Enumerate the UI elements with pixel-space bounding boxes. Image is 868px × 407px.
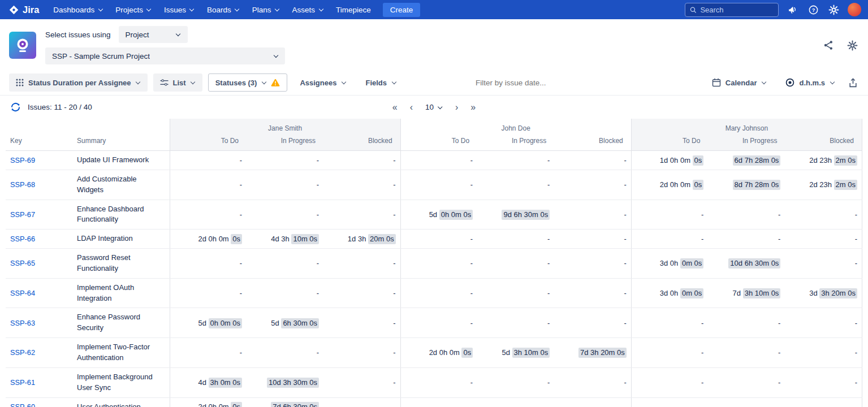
issue-row: SSP-65Password Reset Functionality------… bbox=[6, 249, 862, 279]
status-column-header: To Do bbox=[400, 135, 477, 151]
duration-cell: 1d 3h 20m 0s bbox=[323, 230, 400, 249]
app-header: Select issues using Project SSP - Sample… bbox=[0, 19, 868, 70]
assignees-filter[interactable]: Assignees bbox=[293, 73, 353, 92]
last-page-button[interactable]: » bbox=[468, 102, 478, 113]
duration-cell: - bbox=[323, 338, 400, 368]
issue-row: SSP-69Update UI Framework------1d 0h 0m … bbox=[6, 151, 862, 170]
duration-bar: 6d 7h 28m 0s bbox=[733, 155, 781, 166]
issue-key-link[interactable]: SSP-69 bbox=[10, 156, 35, 164]
duration-cell: - bbox=[708, 230, 785, 249]
prev-page-button[interactable]: ‹ bbox=[408, 102, 415, 113]
duration-bar: 2m 0s bbox=[834, 155, 857, 166]
issue-key-cell: SSP-63 bbox=[6, 308, 72, 338]
issue-key-link[interactable]: SSP-61 bbox=[10, 378, 35, 387]
duration-text: 5d bbox=[271, 319, 281, 327]
view-label: List bbox=[173, 79, 186, 87]
duration-cell: 10d 3h 30m 0s bbox=[247, 367, 323, 397]
nav-item-label: Issues bbox=[164, 6, 186, 14]
issue-key-link[interactable]: SSP-62 bbox=[10, 348, 35, 357]
nav-item-projects[interactable]: Projects bbox=[109, 0, 158, 19]
jira-logo[interactable]: Jira bbox=[9, 5, 39, 15]
duration-cell: - bbox=[785, 230, 862, 249]
duration-format-label: d.h.m.s bbox=[799, 79, 825, 87]
chevron-down-icon bbox=[235, 7, 240, 12]
issue-key-link[interactable]: SSP-68 bbox=[10, 180, 35, 189]
export-button[interactable] bbox=[847, 77, 859, 89]
nav-item-timepiece[interactable]: Timepiece bbox=[330, 0, 377, 19]
status-column-header: Blocked bbox=[554, 135, 631, 151]
issue-source-select[interactable]: Project bbox=[119, 26, 188, 43]
fields-label: Fields bbox=[365, 79, 387, 87]
calendar-select[interactable]: Calendar bbox=[705, 73, 774, 92]
pagination-bar: Issues: 11 - 20 / 40 « ‹ 10 › » bbox=[0, 96, 868, 119]
next-page-button[interactable]: › bbox=[453, 102, 460, 113]
issue-date-filter-input[interactable] bbox=[476, 79, 699, 87]
duration-cell: - bbox=[477, 249, 554, 279]
report-settings-button[interactable] bbox=[846, 39, 859, 52]
duration-bar: 0m 0s bbox=[680, 288, 703, 298]
duration-format-select[interactable]: d.h.m.s bbox=[779, 73, 841, 92]
duration-text: 7d bbox=[733, 289, 743, 297]
duration-bar: 9d 6h 30m 0s bbox=[502, 210, 550, 220]
nav-item-boards[interactable]: Boards bbox=[201, 0, 246, 19]
refresh-icon bbox=[10, 102, 21, 112]
chevron-down-icon bbox=[391, 80, 396, 85]
duration-cell: - bbox=[170, 170, 247, 200]
refresh-button[interactable] bbox=[9, 101, 22, 114]
duration-cell: - bbox=[477, 230, 554, 249]
issue-key-link[interactable]: SSP-67 bbox=[10, 210, 35, 219]
duration-cell: 2d 0h 0m 0s bbox=[170, 397, 247, 407]
list-icon bbox=[160, 79, 169, 86]
duration-cell: 2d 23h 2m 0s bbox=[785, 170, 862, 200]
duration-cell: - bbox=[708, 338, 785, 368]
duration-cell: - bbox=[631, 367, 708, 397]
duration-text: 2d 0h 0m bbox=[429, 348, 462, 357]
issue-key-link[interactable]: SSP-60 bbox=[10, 402, 35, 407]
calendar-label: Calendar bbox=[726, 79, 757, 87]
view-select[interactable]: List bbox=[153, 73, 202, 92]
user-avatar[interactable] bbox=[848, 3, 861, 16]
create-button[interactable]: Create bbox=[383, 3, 421, 17]
search-input[interactable] bbox=[700, 6, 774, 14]
issue-key-link[interactable]: SSP-64 bbox=[10, 289, 35, 297]
global-search[interactable] bbox=[685, 3, 779, 17]
duration-cell: 3d 3h 20m 0s bbox=[785, 278, 862, 308]
nav-item-label: Assets bbox=[292, 6, 316, 14]
topnav-right: ? bbox=[685, 3, 861, 17]
issue-key-link[interactable]: SSP-63 bbox=[10, 319, 35, 327]
nav-item-plans[interactable]: Plans bbox=[246, 0, 286, 19]
nav-item-dashboards[interactable]: Dashboards bbox=[47, 0, 109, 19]
first-page-button[interactable]: « bbox=[390, 102, 400, 113]
duration-cell: - bbox=[247, 278, 323, 308]
page-size-select[interactable]: 10 bbox=[423, 102, 445, 112]
settings-button[interactable] bbox=[827, 3, 840, 16]
duration-bar: 0s bbox=[693, 180, 704, 190]
share-button[interactable] bbox=[822, 39, 835, 51]
duration-cell: - bbox=[400, 170, 477, 200]
duration-bar: 7d 6h 30m 0s bbox=[271, 402, 319, 407]
duration-bar: 0s bbox=[693, 155, 704, 166]
announcement-button[interactable] bbox=[786, 3, 800, 16]
statuses-filter[interactable]: Statuses (3) bbox=[208, 73, 288, 92]
duration-cell: - bbox=[554, 278, 631, 308]
nav-item-issues[interactable]: Issues bbox=[158, 0, 201, 19]
nav-item-label: Timepiece bbox=[336, 6, 371, 14]
issue-row: SSP-63Enhance Password Security5d 0h 0m … bbox=[6, 308, 862, 338]
project-select[interactable]: SSP - Sample Scrum Project bbox=[45, 47, 285, 64]
duration-cell: 5d 6h 30m 0s bbox=[247, 308, 323, 338]
duration-cell: - bbox=[323, 249, 400, 279]
duration-cell: - bbox=[400, 308, 477, 338]
help-button[interactable]: ? bbox=[807, 3, 820, 16]
fields-filter[interactable]: Fields bbox=[359, 73, 403, 92]
issue-key-link[interactable]: SSP-66 bbox=[10, 235, 35, 243]
nav-item-assets[interactable]: Assets bbox=[286, 0, 330, 19]
jira-logo-icon bbox=[9, 5, 19, 15]
header-actions bbox=[822, 39, 859, 52]
duration-cell: - bbox=[631, 200, 708, 230]
duration-bar: 7d 3h 20m 0s bbox=[578, 348, 627, 358]
table-corner bbox=[6, 119, 170, 135]
issue-key-link[interactable]: SSP-65 bbox=[10, 259, 35, 267]
duration-cell: 10d 6h 30m 0s bbox=[708, 249, 785, 279]
duration-cell: - bbox=[323, 308, 400, 338]
report-type-select[interactable]: Status Duration per Assignee bbox=[9, 73, 148, 92]
